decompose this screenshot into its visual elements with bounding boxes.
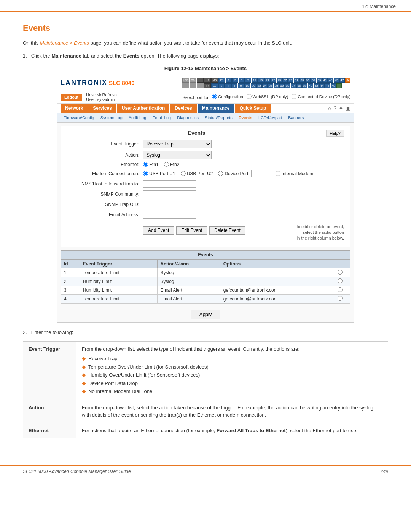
panel-top: LANTRONIX SLC 8040 LCD SB U1 U2 MD E1 1 … (57, 75, 354, 91)
add-icon[interactable]: ✦ (339, 105, 343, 111)
eth1-label[interactable]: Eth1 (143, 162, 159, 167)
cell-radio[interactable] (330, 294, 350, 303)
config-radio-label[interactable]: Configuration (212, 94, 243, 99)
snmp-community-input[interactable] (143, 190, 196, 198)
device-port-label[interactable]: Device Port: (218, 170, 270, 177)
port-46: 46 (325, 83, 330, 88)
port-u2: U2 (204, 78, 211, 83)
apply-button[interactable]: Apply (191, 310, 221, 319)
usb1-radio[interactable] (143, 171, 148, 176)
tab-network[interactable]: Network (61, 104, 88, 113)
device-port-input[interactable] (251, 170, 270, 177)
usb2-radio[interactable] (181, 171, 186, 176)
connected-radio-label[interactable]: Connected Device (DP only) (292, 94, 350, 99)
tab-quicksetup[interactable]: Quick Setup (235, 104, 271, 113)
eth2-label[interactable]: Eth2 (164, 162, 180, 167)
port-7: 7 (245, 78, 251, 83)
subnav-audit-log[interactable]: Audit Log (126, 115, 149, 121)
cell-radio[interactable] (330, 277, 350, 286)
tab-devices[interactable]: Devices (170, 104, 196, 113)
home-icon[interactable]: ⌂ (328, 105, 331, 111)
model-text: SLC 8040 (109, 80, 135, 86)
tab-maintenance[interactable]: Maintenance (198, 104, 234, 113)
step-2: 2. Enter the following: (23, 329, 388, 335)
subnav-events[interactable]: Events (236, 115, 255, 121)
intro-link[interactable]: Maintenance > Events (40, 40, 89, 46)
edit-event-button[interactable]: Edit Event (176, 226, 207, 235)
subnav-system-log[interactable]: System Log (97, 115, 126, 121)
port-21: 21 (264, 78, 271, 83)
help-button[interactable]: Help? (326, 130, 344, 137)
port-39: 39 (317, 78, 322, 83)
subnav-lcd-keypad[interactable]: LCD/Keypad (255, 115, 285, 121)
col-action: Action/Alarm (157, 259, 220, 268)
bullet-icon: ◆ (82, 355, 86, 362)
port-37: 37 (311, 78, 316, 83)
chapter-title: 12: Maintenance (362, 4, 396, 9)
port-38: 38 (302, 83, 307, 88)
email-label: Email Address: (67, 212, 143, 217)
eth1-radio[interactable] (143, 162, 148, 167)
port-f7: F7 (204, 83, 211, 88)
connected-radio[interactable] (292, 94, 296, 99)
help-icon[interactable]: ? (333, 105, 336, 111)
modem-radio-group: USB Port U1 USB Port U2 Device Port: Int… (143, 170, 313, 177)
intro-text-before: On this (23, 40, 40, 46)
tab-user-auth[interactable]: User Authentication (117, 104, 170, 113)
internal-modem-label[interactable]: Internal Modem (276, 171, 313, 176)
port-4: 4 (225, 83, 231, 88)
logout-button[interactable]: Logout (61, 94, 82, 101)
subnav-banners[interactable]: Banners (285, 115, 307, 121)
port-5: 5 (239, 78, 245, 83)
bullet-humidity-over-under: ◆Humidity Over/Under Limit (for Sensorso… (82, 371, 382, 379)
email-input[interactable] (143, 211, 196, 219)
table-row: 2 Humidity Limit Syslog (61, 277, 350, 286)
cell-radio[interactable] (330, 286, 350, 294)
internal-modem-radio[interactable] (276, 171, 280, 176)
config-radio[interactable] (212, 94, 217, 99)
eth2-radio[interactable] (164, 162, 169, 167)
bullet-icon: ◆ (82, 363, 86, 370)
modem-label: Modem Connection on: (67, 171, 143, 176)
subnav-email-log[interactable]: Email Log (149, 115, 174, 121)
webssh-radio-label[interactable]: WebSSH (DP only) (247, 94, 288, 99)
device-port-radio[interactable] (218, 171, 223, 176)
cell-options (220, 277, 330, 286)
email-row: Email Address: (67, 211, 344, 219)
event-select-radio[interactable] (338, 287, 342, 292)
cell-id: 4 (61, 294, 80, 303)
subnav-firmware[interactable]: Firmware/Config (61, 115, 97, 121)
tab-services[interactable]: Services (88, 104, 116, 113)
table-row: 1 Temperature Limit Syslog (61, 268, 350, 277)
port-28: 28 (274, 83, 279, 88)
cell-radio[interactable] (330, 268, 350, 277)
event-trigger-select[interactable]: Receive Trap (143, 140, 212, 148)
cell-action: Email Alert (157, 294, 220, 303)
port-20: 20 (251, 83, 256, 88)
subnav-status-reports[interactable]: Status/Reports (202, 115, 236, 121)
usb1-label[interactable]: USB Port U1 (143, 171, 175, 176)
nms-input[interactable] (143, 180, 196, 188)
event-select-radio[interactable] (338, 296, 342, 301)
port-grid: LCD SB U1 U2 MD E1 1 3 5 7 17 19 21 23 2… (182, 78, 350, 88)
action-select[interactable]: Syslog (143, 151, 212, 159)
snmp-trap-label: SNMP Trap OID: (67, 202, 143, 207)
subnav-diagnostics[interactable]: Diagnostics (174, 115, 202, 121)
event-select-radio[interactable] (338, 270, 342, 275)
delete-event-button[interactable]: Delete Event (209, 226, 245, 235)
add-event-button[interactable]: Add Event (143, 226, 174, 235)
ethernet-row: Ethernet: Eth1 Eth2 (67, 162, 344, 167)
webssh-radio[interactable] (247, 94, 252, 99)
event-select-radio[interactable] (338, 278, 342, 283)
snmp-trap-input[interactable] (143, 201, 196, 208)
usb2-label[interactable]: USB Port U2 (181, 171, 213, 176)
intro-paragraph: On this Maintenance > Events page, you c… (23, 39, 388, 47)
grid-icon[interactable]: ▣ (346, 105, 350, 111)
host-label: Host: (86, 93, 96, 97)
cell-trigger: Humidity Limit (80, 286, 157, 294)
step2-term-event-trigger: Event Trigger (23, 341, 76, 400)
port-40: 40 (308, 83, 313, 88)
cell-action: Email Alert (157, 286, 220, 294)
modem-row: Modem Connection on: USB Port U1 USB Por… (67, 170, 344, 177)
port-6: 6 (231, 83, 237, 88)
